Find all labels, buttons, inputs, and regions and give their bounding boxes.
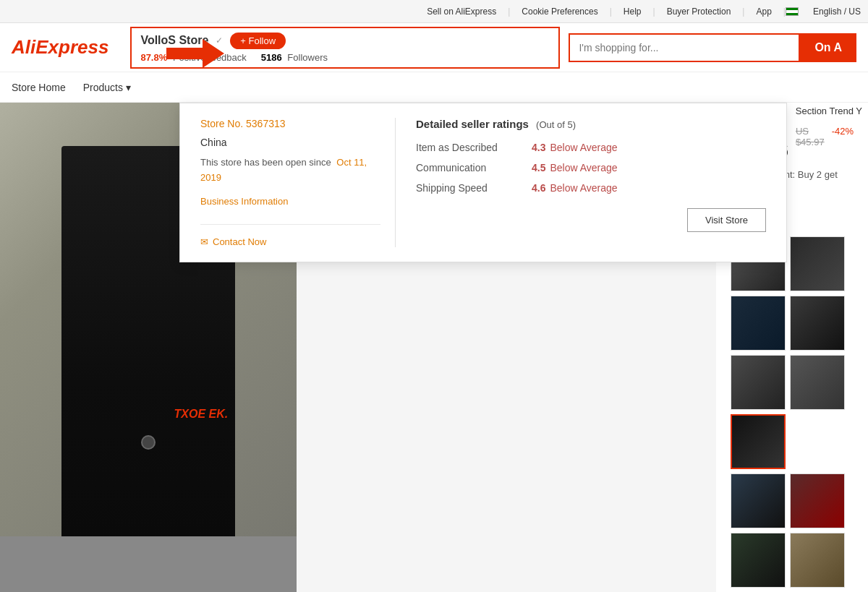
app-link[interactable]: App [756,7,771,17]
store-home-nav[interactable]: Store Home [12,82,66,93]
rating-row-communication: Communication 4.5 Below Average [416,162,766,173]
svg-marker-0 [166,39,224,68]
rating-label-item: Item as Described [416,142,532,153]
chevron-down-icon: ▾ [126,82,131,93]
rating-score-comm: 4.5 [532,162,545,173]
store-country: China [200,137,380,148]
section-trend-label: Section Trend Y [790,103,868,119]
envelope-icon: ✉ [200,236,208,247]
store-open-since: This store has been open since Oct 11, 2… [200,155,380,186]
color-swatch-10[interactable] [731,533,786,588]
color-swatch-2[interactable] [790,236,845,291]
popup-body: Store No. 5367313 China This store has b… [200,118,766,247]
cookie-link[interactable]: Cookie Preferences [522,7,597,17]
rating-label-comm: Communication [416,162,532,173]
ratings-panel: Detailed seller ratings (Out of 5) Item … [396,118,766,247]
main-content: TXOE EK. Store No. 5367313 China This st… [0,103,868,592]
visit-store-button[interactable]: Visit Store [687,208,766,232]
color-swatch-6[interactable] [790,355,845,410]
store-number: Store No. 5367313 [200,118,380,129]
search-button[interactable]: On A [800,33,856,62]
follow-button[interactable]: + Follow [230,33,286,49]
color-swatch-9[interactable] [790,473,845,528]
color-swatches-row1 [731,236,854,469]
rating-score-ship: 4.6 [532,182,545,194]
color-swatches-row2 [731,473,854,592]
discount-badge: -42% [832,126,854,137]
rating-text-comm: Below Average [550,162,617,173]
rating-text-ship: Below Average [550,182,617,194]
rating-text-item: Below Average [550,142,617,153]
search-bar [569,33,800,62]
buyer-protection-link[interactable]: Buyer Protection [667,7,731,17]
rating-label-ship: Shipping Speed [416,182,532,194]
sub-navigation: Store Home Products ▾ [0,72,868,103]
rating-row-item-described: Item as Described 4.3 Below Average [416,142,766,153]
popup-left: Store No. 5367313 China This store has b… [200,118,396,247]
store-detail-popup: Store No. 5367313 China This store has b… [179,103,787,262]
color-swatch-4[interactable] [790,296,845,351]
sell-link[interactable]: Sell on AliExpress [427,7,496,17]
rating-row-shipping: Shipping Speed 4.6 Below Average [416,182,766,194]
ratings-title: Detailed seller ratings (Out of 5) [416,118,766,130]
products-nav[interactable]: Products ▾ [83,82,131,93]
color-swatch-8[interactable] [731,473,786,528]
language-selector[interactable]: English / US [813,7,861,17]
color-swatch-5[interactable] [731,355,786,410]
popup-divider [200,224,380,225]
followers: 5186 Followers [261,52,328,63]
red-arrow-icon [166,39,224,70]
color-swatch-3[interactable] [731,296,786,351]
search-input[interactable] [570,35,799,61]
rating-score-item: 4.3 [532,142,545,153]
nigeria-flag-icon [786,7,799,16]
color-swatch-7-selected[interactable] [731,414,786,469]
help-link[interactable]: Help [624,7,642,17]
price-original: US $45.97 [796,126,825,147]
coat-brand-text: TXOE EK. [174,408,228,421]
color-swatch-11[interactable] [790,533,845,588]
contact-now-button[interactable]: ✉ Contact Now [200,236,380,247]
site-logo[interactable]: AliExpress [12,36,109,59]
top-navigation: Sell on AliExpress | Cookie Preferences … [0,0,868,23]
business-info-link[interactable]: Business Information [200,196,380,207]
